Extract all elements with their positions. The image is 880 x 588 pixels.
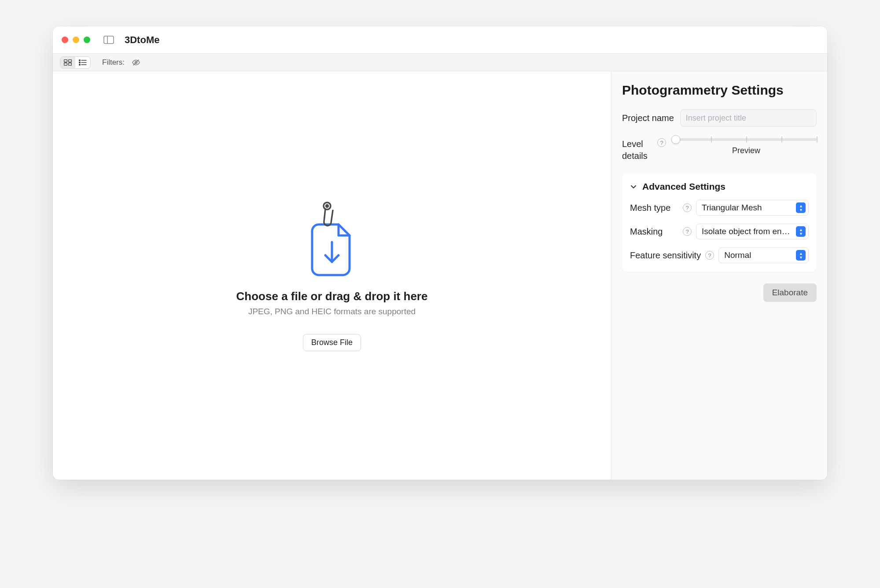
svg-rect-5	[69, 63, 72, 66]
mesh-type-value: Triangular Mesh	[702, 203, 792, 213]
advanced-settings-header[interactable]: Advanced Settings	[630, 181, 809, 192]
svg-rect-0	[104, 36, 114, 44]
settings-panel: Photogrammetry Settings Project name Lev…	[611, 71, 827, 480]
drop-content: Choose a file or drag & drop it here JPE…	[236, 200, 428, 351]
traffic-lights	[62, 37, 90, 43]
slider-caption: Preview	[732, 146, 760, 155]
sidebar-toggle-icon[interactable]	[103, 36, 114, 44]
zoom-window-button[interactable]	[84, 37, 90, 43]
content-area: Choose a file or drag & drop it here JPE…	[53, 71, 827, 480]
grid-view-button[interactable]	[60, 57, 75, 68]
drop-title: Choose a file or drag & drop it here	[236, 290, 428, 303]
mesh-type-label: Mesh type	[630, 203, 678, 213]
masking-label: Masking	[630, 227, 678, 237]
svg-rect-4	[64, 63, 67, 66]
feature-sensitivity-row: Feature sensitivity ? Normal ▴▾	[630, 247, 809, 263]
browse-file-button[interactable]: Browse File	[303, 334, 361, 351]
feature-sensitivity-value: Normal	[724, 250, 792, 260]
project-name-label: Project name	[622, 113, 674, 123]
feature-sensitivity-label: Feature sensitivity	[630, 250, 701, 261]
app-title: 3DtoMe	[125, 34, 159, 46]
svg-point-10	[79, 64, 80, 65]
drop-zone[interactable]: Choose a file or drag & drop it here JPE…	[53, 71, 611, 480]
masking-row: Masking ? Isolate object from environ… ▴…	[630, 224, 809, 239]
view-mode-segment	[60, 56, 91, 69]
select-stepper-icon: ▴▾	[796, 202, 806, 213]
mesh-type-select[interactable]: Triangular Mesh ▴▾	[696, 200, 809, 216]
slider-thumb[interactable]	[671, 135, 680, 144]
help-icon[interactable]: ?	[683, 203, 692, 212]
minimize-window-button[interactable]	[73, 37, 79, 43]
advanced-settings-title: Advanced Settings	[642, 181, 725, 192]
sub-toolbar: Filters:	[53, 54, 827, 71]
close-window-button[interactable]	[62, 37, 68, 43]
help-icon[interactable]: ?	[657, 138, 666, 147]
select-stepper-icon: ▴▾	[796, 226, 806, 237]
svg-point-16	[326, 205, 328, 207]
level-details-row: Level details ? Preview	[622, 138, 817, 162]
svg-point-6	[79, 59, 80, 60]
help-icon[interactable]: ?	[705, 251, 714, 260]
mesh-type-row: Mesh type ? Triangular Mesh ▴▾	[630, 200, 809, 216]
project-name-row: Project name	[622, 109, 817, 127]
drop-subtitle: JPEG, PNG and HEIC formats are supported	[248, 307, 416, 316]
advanced-settings-card: Advanced Settings Mesh type ? Triangular…	[622, 173, 817, 272]
masking-value: Isolate object from environ…	[702, 227, 792, 236]
help-icon[interactable]: ?	[683, 227, 692, 236]
panel-title: Photogrammetry Settings	[622, 83, 817, 98]
level-details-slider[interactable]: Preview	[676, 138, 817, 155]
elaborate-button[interactable]: Elaborate	[763, 283, 817, 302]
titlebar: 3DtoMe	[53, 26, 827, 54]
svg-point-8	[79, 62, 80, 62]
chevron-down-icon	[630, 183, 637, 190]
list-view-button[interactable]	[75, 57, 90, 68]
masking-select[interactable]: Isolate object from environ… ▴▾	[696, 224, 809, 239]
svg-rect-2	[64, 59, 67, 62]
project-name-input[interactable]	[680, 109, 817, 127]
visibility-off-icon[interactable]	[132, 58, 140, 67]
filters-label: Filters:	[102, 58, 125, 67]
svg-rect-3	[69, 59, 72, 62]
select-stepper-icon: ▴▾	[796, 250, 806, 261]
level-details-label: Level details	[622, 138, 653, 162]
feature-sensitivity-select[interactable]: Normal ▴▾	[718, 247, 809, 263]
file-drop-icon	[306, 200, 358, 277]
app-window: 3DtoMe	[53, 26, 827, 480]
